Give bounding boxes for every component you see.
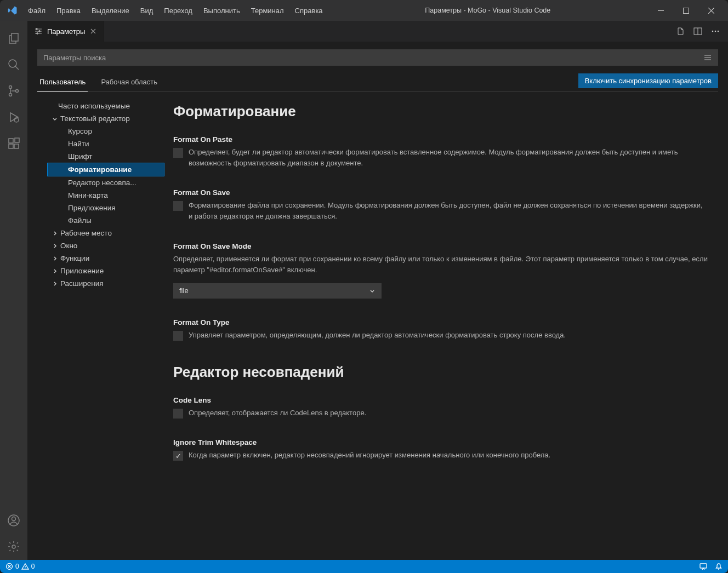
toc-diffeditor[interactable]: Редактор несовпа... — [47, 176, 164, 189]
section-formatting: Форматирование — [173, 103, 708, 120]
chevron-right-icon — [50, 255, 59, 262]
svg-point-4 — [9, 86, 12, 89]
menu-help[interactable]: Справка — [290, 3, 328, 18]
svg-point-5 — [9, 94, 12, 96]
open-settings-json-icon[interactable] — [673, 24, 687, 38]
svg-rect-10 — [14, 144, 19, 148]
svg-point-17 — [37, 33, 38, 35]
search-icon[interactable] — [0, 51, 27, 78]
settings-content[interactable]: Форматирование Format On Paste Определяе… — [164, 92, 718, 560]
explorer-icon[interactable] — [0, 25, 27, 51]
chevron-right-icon — [50, 243, 59, 249]
setting-description: Форматирование файла при сохранении. Мод… — [189, 200, 708, 222]
svg-rect-8 — [9, 139, 13, 143]
setting-format-on-save: Format On Save Форматирование файла при … — [173, 188, 708, 222]
svg-rect-2 — [12, 33, 18, 41]
toc-find[interactable]: Найти — [47, 137, 164, 150]
toc-application[interactable]: Приложение — [47, 265, 164, 277]
status-bar: 0 0 — [0, 560, 728, 573]
svg-point-20 — [715, 31, 716, 32]
toc-window[interactable]: Окно — [47, 239, 164, 252]
checkbox[interactable] — [173, 148, 183, 158]
accounts-icon[interactable] — [0, 507, 27, 534]
filter-icon[interactable] — [703, 53, 712, 62]
status-problems[interactable]: 0 0 — [5, 563, 35, 570]
dropdown-format-on-save-mode[interactable]: file — [173, 283, 382, 299]
scope-workspace-tab[interactable]: Рабочая область — [99, 73, 160, 91]
more-actions-icon[interactable] — [708, 24, 723, 38]
menu-view[interactable]: Вид — [135, 3, 158, 18]
toc-files[interactable]: Файлы — [47, 214, 164, 227]
section-diffeditor: Редактор несовпадений — [173, 364, 708, 381]
source-control-icon[interactable] — [0, 78, 27, 104]
setting-description: Управляет параметром, определяющим, долж… — [189, 330, 566, 341]
activity-bar — [0, 21, 27, 560]
toc-suggestions[interactable]: Предложения — [47, 202, 164, 214]
svg-rect-1 — [683, 8, 689, 13]
setting-code-lens: Code Lens Определяет, отображается ли Co… — [173, 396, 708, 419]
toc-features[interactable]: Функции — [47, 252, 164, 265]
checkbox[interactable] — [173, 409, 183, 419]
extensions-icon[interactable] — [0, 130, 27, 157]
menu-run[interactable]: Выполнить — [198, 3, 245, 18]
toc-text-editor[interactable]: Текстовый редактор — [47, 112, 164, 125]
svg-rect-9 — [9, 144, 13, 148]
status-bell-icon[interactable] — [715, 563, 723, 570]
toc-workbench[interactable]: Рабочее место — [47, 227, 164, 239]
tab-bar: Параметры — [27, 21, 728, 42]
toc-formatting[interactable]: Форматирование — [47, 163, 164, 176]
menu-bar: Файл Правка Выделение Вид Переход Выполн… — [23, 3, 328, 18]
toc-minimap[interactable]: Мини-карта — [47, 189, 164, 202]
toc-label: Текстовый редактор — [60, 114, 130, 123]
setting-title: Format On Save — [173, 188, 708, 197]
checkbox[interactable] — [173, 451, 183, 461]
status-feedback-icon[interactable] — [699, 563, 707, 570]
toc-extensions[interactable]: Расширения — [47, 277, 164, 290]
setting-description: Определяет, применяется ли формат при со… — [173, 254, 708, 276]
setting-title: Format On Paste — [173, 135, 708, 144]
split-editor-icon[interactable] — [691, 24, 705, 38]
setting-title: Ignore Trim Whitespace — [173, 438, 708, 446]
tab-settings[interactable]: Параметры — [27, 21, 104, 42]
toc-label: Рабочее место — [60, 229, 112, 237]
menu-terminal[interactable]: Терминал — [246, 3, 289, 18]
minimize-button[interactable] — [648, 0, 673, 21]
svg-point-21 — [718, 31, 719, 32]
checkbox[interactable] — [173, 201, 183, 211]
window-controls — [648, 0, 724, 21]
run-debug-icon[interactable] — [0, 104, 27, 130]
status-warnings: 0 — [31, 563, 35, 570]
sync-settings-button[interactable]: Включить синхронизацию параметров — [578, 73, 718, 88]
tab-close-icon[interactable] — [89, 27, 97, 35]
setting-format-on-paste: Format On Paste Определяет, будет ли ред… — [173, 135, 708, 169]
setting-title: Format On Save Mode — [173, 242, 708, 250]
setting-description: Определяет, будет ли редактор автоматиче… — [189, 147, 708, 169]
scope-user-tab[interactable]: Пользователь — [37, 73, 88, 92]
toc-label: Приложение — [60, 267, 104, 275]
title-bar: Файл Правка Выделение Вид Переход Выполн… — [0, 0, 728, 21]
chevron-right-icon — [50, 268, 59, 274]
svg-point-13 — [12, 517, 16, 521]
toc-label: Окно — [60, 242, 77, 250]
menu-selection[interactable]: Выделение — [87, 3, 134, 18]
menu-file[interactable]: Файл — [23, 3, 50, 18]
svg-point-3 — [9, 60, 16, 67]
setting-title: Code Lens — [173, 396, 708, 404]
chevron-down-icon — [50, 116, 59, 122]
svg-point-19 — [712, 31, 714, 32]
setting-format-on-type: Format On Type Управляет параметром, опр… — [173, 318, 708, 341]
svg-point-6 — [16, 90, 19, 93]
settings-search-input[interactable]: Параметры поиска — [37, 49, 718, 66]
close-button[interactable] — [698, 0, 724, 21]
toc-frequently-used[interactable]: Часто используемые — [47, 100, 164, 112]
settings-toc: Часто используемые Текстовый редактор Ку… — [37, 92, 164, 560]
settings-gear-icon[interactable] — [0, 534, 27, 560]
checkbox[interactable] — [173, 331, 183, 341]
toc-cursor[interactable]: Курсор — [47, 125, 164, 137]
toc-font[interactable]: Шрифт — [47, 150, 164, 163]
settings-tab-icon — [34, 27, 43, 36]
svg-point-16 — [39, 31, 41, 32]
maximize-button[interactable] — [673, 0, 698, 21]
menu-go[interactable]: Переход — [159, 3, 197, 18]
menu-edit[interactable]: Правка — [52, 3, 86, 18]
